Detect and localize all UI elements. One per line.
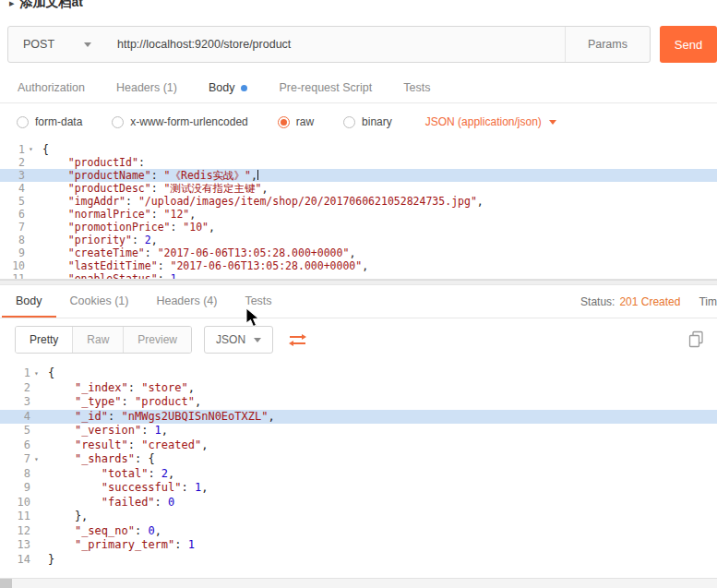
code-line-10: 10 "failed": 0 [0,496,717,510]
scrollbar-corner [0,579,12,588]
response-tab-cookies[interactable]: Cookies (1) [56,285,143,318]
response-tab-body[interactable]: Body [2,285,56,318]
url-input[interactable]: http://localhost:9200/store/product [104,27,565,62]
code-line-9[interactable]: 9 "createTime": "2017-06-06T13:05:28.000… [0,246,717,259]
request-tabs: Authorization Headers (1) Body Pre-reque… [0,73,717,103]
fold-arrow-icon[interactable]: ▾ [30,452,42,467]
body-mode-row: form-data x-www-form-urlencoded raw bina… [0,103,717,140]
code-text: "_version": 1, [42,424,168,438]
chevron-down-icon [254,338,261,342]
code-text: "enableStatus": 1, [37,272,183,280]
response-body-viewer: 1▾{2 "_index": "store",3 "_type": "produ… [0,361,717,578]
mode-label: x-www-form-urlencoded [130,115,247,128]
code-text: "result": "created", [42,438,208,453]
line-gutter: 11 [0,272,37,280]
tab-label: Body [209,81,235,94]
code-line-13: 13 "_primary_term": 1 [0,538,717,553]
tab-authorization[interactable]: Authorization [2,73,101,102]
line-gutter: 6 [0,438,42,453]
fold-arrow-icon[interactable]: ▾ [30,366,42,381]
code-line-6[interactable]: 6 "normalPrice": "12", [0,208,717,221]
view-mode-label: Raw [87,333,109,346]
horizontal-scrollbar[interactable] [0,578,717,588]
send-button[interactable]: Send [660,26,717,63]
line-gutter: 12 [0,524,42,539]
response-tab-headers[interactable]: Headers (4) [142,285,231,318]
mode-raw[interactable]: raw [278,115,314,128]
tab-label: Body [16,294,42,307]
code-text: "_seq_no": 0, [42,524,161,539]
code-line-4[interactable]: 4 "productDesc": "测试没有指定主键", [0,182,717,195]
line-gutter: 4 [0,182,37,195]
url-bar: POST http://localhost:9200/store/product… [7,26,651,63]
code-line-9: 9 "successful": 1, [0,481,717,496]
response-meta-bar: Body Cookies (1) Headers (4) Tests Statu… [0,285,717,318]
mode-binary[interactable]: binary [343,115,392,128]
wrap-lines-button[interactable] [288,333,307,347]
tab-pre-request-script[interactable]: Pre-request Script [263,73,388,102]
collection-arrow-icon[interactable]: ▸ [9,0,15,9]
tab-headers[interactable]: Headers (1) [101,73,193,102]
code-line-6: 6 "result": "created", [0,438,717,453]
tab-label: Tests [245,294,271,307]
tab-tests[interactable]: Tests [388,73,446,102]
content-type-label: JSON (application/json) [425,115,542,128]
code-line-11[interactable]: 11 "enableStatus": 1, [0,272,717,280]
tab-label: Pre-request Script [279,81,372,94]
tab-body[interactable]: Body [193,73,264,102]
code-line-2: 2 "_index": "store", [0,381,717,396]
code-line-10[interactable]: 10 "lastEditTime": "2017-06-06T13:05:28.… [0,259,717,272]
code-line-1[interactable]: 1▾{ [0,143,717,156]
copy-response-button[interactable] [688,330,704,352]
line-gutter: 6 [0,208,37,221]
line-gutter: 10 [0,496,42,510]
code-text: "priority": 2, [37,234,158,246]
status-label: Status: [580,295,615,308]
line-gutter: 8 [0,234,37,246]
response-tab-tests[interactable]: Tests [231,285,285,318]
mode-form-data[interactable]: form-data [17,115,82,128]
response-format-label: JSON [216,333,245,346]
code-line-3[interactable]: 3 "productName": "《Redis实战》", [0,169,717,182]
view-mode-label: Preview [137,333,177,346]
line-number: 12 [5,524,30,539]
code-text: "failed": 0 [42,496,174,510]
mode-label: binary [362,115,392,128]
code-text: }, [42,510,88,524]
line-gutter: 7▾ [0,452,42,467]
mode-x-www-form-urlencoded[interactable]: x-www-form-urlencoded [112,115,247,128]
method-select[interactable]: POST [8,27,104,62]
code-text: "successful": 1, [42,481,208,496]
line-number: 10 [3,259,25,272]
code-line-7[interactable]: 7 "promotionPrice": "10", [0,221,717,234]
radio-icon [343,116,355,128]
content-type-select[interactable]: JSON (application/json) [425,115,556,128]
request-url-row: POST http://localhost:9200/store/product… [7,26,717,63]
postman-window: ▸ 添加文档at POST http://localhost:9200/stor… [0,0,717,588]
code-text: "productDesc": "测试没有指定主键", [37,182,268,195]
response-format-select[interactable]: JSON [204,326,273,354]
chevron-down-icon [549,120,556,125]
view-mode-preview[interactable]: Preview [123,327,191,353]
line-number: 9 [5,481,30,496]
code-text: "_id": "nMWgs2UBQISnN0EoTXZL", [42,410,275,425]
mode-label: raw [296,115,314,128]
code-text: } [42,553,54,568]
code-line-2[interactable]: 2 "productId": [0,156,717,169]
code-line-8[interactable]: 8 "priority": 2, [0,234,717,246]
line-gutter: 5 [0,424,42,438]
time-label-clipped: Tim [699,295,717,308]
request-title: 添加文档at [20,0,83,11]
line-number: 6 [5,438,30,453]
code-line-11: 11 }, [0,510,717,524]
view-mode-raw[interactable]: Raw [72,327,123,353]
request-body-editor[interactable]: 1▾{2 "productId":3 "productName": "《Redi… [0,140,717,280]
line-number: 11 [3,272,25,280]
view-mode-toggle: Pretty Raw Preview [15,326,192,354]
params-button[interactable]: Params [565,27,650,62]
chevron-down-icon [84,42,91,47]
view-mode-pretty[interactable]: Pretty [16,327,72,353]
fold-arrow-icon[interactable]: ▾ [25,143,37,156]
method-label: POST [23,38,54,51]
code-line-5[interactable]: 5 "imgAddr": "/upload/images/item/shop/2… [0,195,717,208]
